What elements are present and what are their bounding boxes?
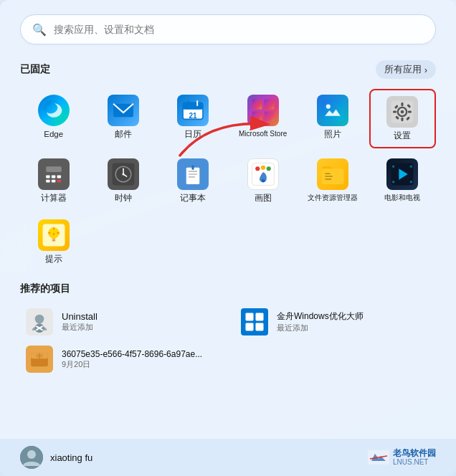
user-info[interactable]: xiaoting fu	[20, 446, 92, 469]
username: xiaoting fu	[50, 452, 92, 463]
app-tips-label: 提示	[45, 254, 62, 265]
svg-rect-55	[392, 165, 394, 167]
watermark-text: 老鸟软件园 LNUS.NET	[393, 448, 436, 467]
app-calendar-label: 日历	[184, 130, 201, 140]
app-notepad-label: 记事本	[180, 194, 206, 204]
uninstall-icon	[26, 308, 53, 335]
watermark: 老鸟软件园 LNUS.NET	[368, 448, 436, 467]
svg-rect-50	[325, 173, 331, 174]
app-movies[interactable]: 电影和电视	[369, 153, 436, 209]
svg-rect-42	[189, 176, 195, 178]
app-store[interactable]: Microsoft Store	[229, 89, 296, 148]
svg-rect-51	[325, 176, 333, 177]
recommended-title: 推荐的项目	[20, 282, 436, 295]
svg-point-37	[122, 173, 124, 175]
svg-rect-70	[245, 313, 253, 321]
start-menu: 🔍 已固定 所有应用 ›	[0, 0, 456, 476]
svg-rect-10	[252, 112, 262, 122]
recommended-section: 推荐的项目 Uninstall 最近添加	[20, 282, 436, 377]
search-input[interactable]	[54, 24, 424, 35]
app-photos[interactable]: 照片	[299, 89, 366, 148]
svg-rect-28	[52, 175, 55, 178]
app-calc-label: 计算器	[41, 194, 67, 204]
svg-rect-73	[255, 323, 263, 331]
svg-rect-19	[393, 110, 396, 113]
bottom-bar: xiaoting fu 老鸟软件园 LNUS.NET	[0, 439, 456, 476]
pinned-title: 已固定	[20, 63, 50, 76]
app-paint-label: 画图	[255, 194, 272, 204]
svg-rect-61	[52, 238, 55, 239]
file-text: 36075e35-e566-4f57-8696-6a97ae... 9月20日	[62, 349, 202, 370]
app-settings[interactable]: 设置	[369, 89, 436, 148]
svg-point-48	[261, 179, 265, 183]
svg-rect-11	[264, 112, 274, 122]
svg-rect-41	[189, 173, 197, 175]
svg-point-46	[261, 165, 265, 169]
app-calc[interactable]: 计算器	[20, 153, 87, 209]
store-icon	[247, 95, 279, 126]
svg-rect-12	[322, 100, 344, 122]
app-edge-label: Edge	[44, 130, 63, 140]
recommended-items-grid: Uninstall 最近添加 金舟Windows优化大师 最近添加	[20, 304, 436, 340]
app-tips[interactable]: 提示	[20, 214, 87, 270]
chevron-icon: ›	[424, 65, 427, 75]
svg-rect-18	[402, 118, 404, 121]
app-paint[interactable]: 画图	[229, 153, 296, 209]
svg-rect-43	[192, 165, 194, 169]
explorer-icon	[317, 158, 348, 190]
svg-rect-71	[255, 313, 263, 321]
rec-item-uninstall[interactable]: Uninstall 最近添加	[20, 304, 221, 340]
svg-rect-17	[402, 103, 404, 106]
app-edge[interactable]: Edge	[20, 89, 87, 148]
clock-icon	[108, 158, 139, 190]
tips-icon	[38, 219, 70, 251]
all-apps-button[interactable]: 所有应用 ›	[376, 60, 436, 79]
svg-rect-8	[252, 100, 262, 110]
calc-icon	[38, 158, 70, 190]
svg-rect-56	[410, 165, 412, 167]
app-movies-label: 电影和电视	[384, 194, 420, 202]
svg-rect-20	[408, 110, 412, 113]
rec-item-jinshan[interactable]: 金舟Windows优化大师 最近添加	[235, 304, 436, 340]
settings-icon	[386, 96, 418, 128]
svg-point-68	[35, 315, 44, 324]
app-explorer[interactable]: 文件资源管理器	[299, 153, 366, 209]
uninstall-text: Uninstall 最近添加	[62, 311, 98, 333]
svg-rect-30	[46, 180, 49, 183]
photos-icon	[317, 95, 348, 126]
app-mail[interactable]: 邮件	[90, 89, 156, 148]
mail-icon	[108, 95, 139, 126]
app-settings-label: 设置	[394, 131, 411, 141]
svg-rect-72	[245, 323, 253, 331]
svg-rect-31	[52, 180, 55, 183]
svg-rect-40	[189, 171, 197, 172]
movies-icon	[386, 158, 418, 190]
svg-rect-58	[410, 181, 412, 183]
pinned-apps-grid: Edge 邮件 21	[20, 89, 436, 270]
app-clock-label: 时钟	[115, 194, 132, 204]
svg-rect-29	[57, 175, 60, 178]
watermark-logo	[368, 450, 389, 465]
notepad-icon	[177, 158, 209, 190]
svg-rect-62	[52, 240, 55, 242]
search-bar[interactable]: 🔍	[20, 14, 436, 44]
jinshan-icon	[241, 308, 268, 335]
app-notepad[interactable]: 记事本	[160, 153, 227, 209]
app-photos-label: 照片	[324, 130, 341, 140]
jinshan-text: 金舟Windows优化大师 最近添加	[277, 310, 364, 333]
search-icon: 🔍	[32, 23, 47, 37]
app-calendar[interactable]: 21 日历	[160, 89, 227, 148]
svg-rect-27	[46, 175, 49, 178]
svg-rect-77	[36, 354, 42, 358]
pinned-header: 已固定 所有应用 ›	[20, 60, 436, 79]
app-clock[interactable]: 时钟	[90, 153, 156, 209]
svg-text:21: 21	[189, 112, 198, 120]
app-mail-label: 邮件	[115, 130, 132, 140]
svg-rect-9	[264, 100, 274, 110]
svg-point-16	[401, 110, 404, 114]
svg-point-13	[326, 105, 331, 109]
app-explorer-label: 文件资源管理器	[308, 194, 358, 202]
svg-point-45	[255, 166, 260, 171]
rec-item-file[interactable]: 36075e35-e566-4f57-8696-6a97ae... 9月20日	[20, 341, 436, 377]
svg-rect-57	[392, 181, 394, 183]
